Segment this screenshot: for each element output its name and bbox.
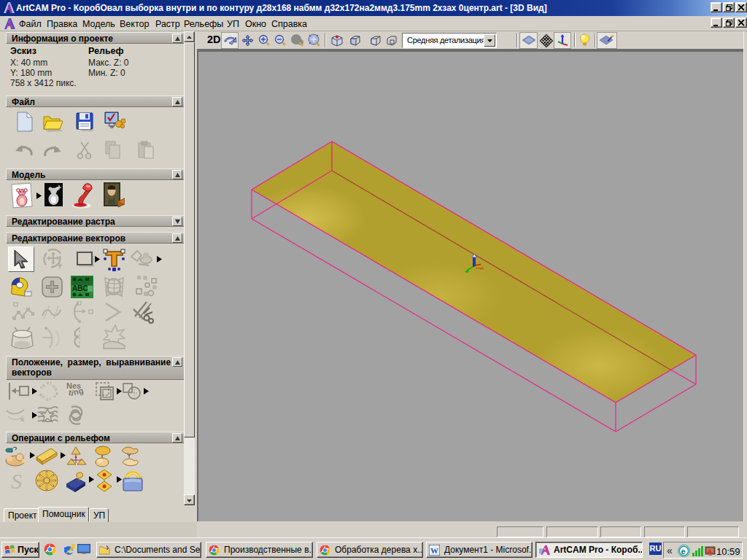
svg-text:ABC: ABC [72, 284, 88, 292]
svg-text:u r: u r [46, 396, 52, 401]
svg-text:x t: x t [47, 381, 53, 386]
svg-text:o n: o n [51, 384, 58, 392]
svg-text:v e: v e [52, 391, 58, 398]
svg-text:ng: ng [72, 386, 84, 397]
svg-text:a c: a c [39, 392, 46, 400]
svg-text:t e: t e [39, 383, 46, 389]
svg-text:Length: Length [476, 267, 484, 270]
svg-text:e: e [681, 547, 686, 556]
svg-text:W: W [430, 546, 438, 555]
svg-text:S: S [11, 470, 22, 491]
